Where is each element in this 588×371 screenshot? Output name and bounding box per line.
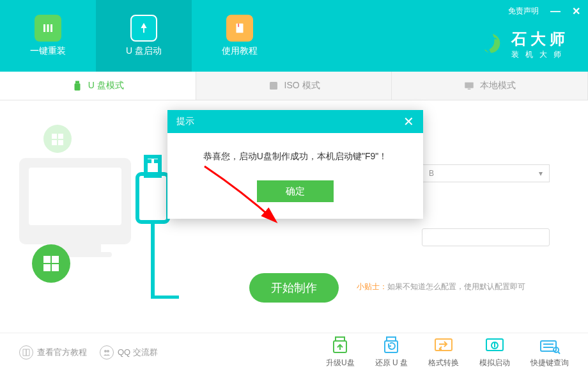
people-icon — [100, 345, 114, 359]
svg-rect-19 — [154, 159, 158, 163]
iso-icon — [268, 80, 279, 91]
tip-body: 如果不知道怎么配置，使用默认配置即可 — [387, 282, 525, 291]
brand-subtitle: 装机大师 — [511, 49, 569, 60]
mode-label: ISO 模式 — [284, 80, 320, 91]
mode-tab-local[interactable]: 本地模式 — [392, 72, 588, 100]
footer-link-label: QQ 交流群 — [118, 347, 158, 358]
footer-link-tutorial[interactable]: 查看官方教程 — [19, 345, 87, 359]
dialog-title: 提示 — [176, 116, 194, 127]
svg-rect-8 — [465, 83, 474, 88]
tip-text: 小贴士：如果不知道怎么配置，使用默认配置即可 — [357, 281, 525, 292]
svg-rect-18 — [148, 159, 151, 163]
close-button[interactable]: ✕ — [572, 5, 580, 17]
restore-icon — [380, 336, 402, 355]
footer-link-qq[interactable]: QQ 交流群 — [100, 345, 158, 359]
action-upgrade-usb[interactable]: 升级U盘 — [326, 336, 355, 368]
action-label: 还原 U 盘 — [375, 358, 408, 368]
action-simulate-boot[interactable]: 模拟启动 — [479, 336, 510, 368]
tip-label: 小贴士： — [357, 282, 387, 291]
svg-rect-0 — [43, 24, 45, 32]
action-label: 快捷键查询 — [530, 358, 569, 368]
usb-icon — [72, 80, 83, 91]
simulate-icon — [484, 336, 506, 355]
dialog-message: 恭喜您，启动U盘制作成功，本机启动键"F9"！ — [167, 133, 423, 171]
dialog-close-button[interactable]: ✕ — [403, 114, 414, 129]
book-icon — [19, 345, 33, 359]
usb-illustration — [19, 120, 179, 299]
start-create-button[interactable]: 开始制作 — [249, 273, 339, 303]
footer: 查看官方教程 QQ 交流群 升级U盘 还原 U 盘 格式转换 模拟启动 快捷键查… — [0, 333, 588, 371]
brand-logo-icon — [481, 33, 505, 57]
svg-line-34 — [558, 352, 560, 354]
svg-rect-16 — [137, 174, 168, 222]
svg-rect-9 — [468, 89, 471, 90]
reinstall-icon — [35, 15, 61, 42]
svg-rect-4 — [238, 24, 239, 28]
mode-tabs: U 盘模式 ISO 模式 本地模式 — [0, 72, 588, 100]
nav-label: 使用教程 — [222, 45, 258, 57]
svg-rect-1 — [47, 24, 49, 32]
disclaimer-link[interactable]: 免责声明 — [508, 6, 539, 17]
nav-tab-reinstall[interactable]: 一键重装 — [0, 0, 96, 72]
dialog-prompt: 提示 ✕ 恭喜您，启动U盘制作成功，本机启动键"F9"！ 确定 — [167, 110, 423, 219]
action-label: 模拟启动 — [479, 358, 510, 368]
svg-rect-7 — [270, 82, 277, 90]
app-header: 一键重装 U 盘启动 使用教程 免责声明 — ✕ 石大师 装机大师 — [0, 0, 588, 72]
keyboard-search-icon — [539, 336, 561, 355]
footer-link-label: 查看官方教程 — [37, 347, 87, 358]
mode-tab-usb[interactable]: U 盘模式 — [0, 72, 196, 100]
svg-rect-3 — [236, 24, 244, 33]
chevron-down-icon: ▾ — [539, 169, 543, 178]
mode-label: U 盘模式 — [88, 80, 124, 91]
svg-rect-11 — [29, 168, 121, 225]
nav-tab-tutorial[interactable]: 使用教程 — [192, 0, 288, 72]
svg-point-14 — [43, 125, 72, 153]
mode-label: 本地模式 — [480, 80, 516, 91]
nav-label: U 盘启动 — [126, 45, 162, 57]
svg-rect-5 — [75, 81, 79, 84]
main-nav: 一键重装 U 盘启动 使用教程 — [0, 0, 288, 72]
action-hotkey-query[interactable]: 快捷键查询 — [530, 336, 569, 368]
mode-tab-iso[interactable]: ISO 模式 — [196, 72, 392, 100]
dialog-ok-button[interactable]: 确定 — [257, 180, 334, 202]
nav-label: 一键重装 — [30, 45, 66, 57]
svg-point-22 — [104, 350, 107, 352]
input-field[interactable] — [422, 228, 550, 246]
action-format-convert[interactable]: 格式转换 — [428, 336, 459, 368]
svg-point-23 — [107, 350, 109, 352]
svg-rect-6 — [74, 83, 80, 90]
usb-boot-icon — [130, 15, 157, 42]
convert-icon — [433, 336, 454, 355]
dropdown-value: B — [429, 169, 434, 178]
minimize-button[interactable]: — — [550, 6, 561, 17]
svg-point-15 — [32, 244, 70, 283]
brand-title: 石大师 — [511, 29, 569, 49]
brand: 石大师 装机大师 — [481, 29, 569, 60]
tutorial-icon — [226, 15, 253, 42]
local-icon — [463, 80, 475, 91]
action-label: 升级U盘 — [326, 358, 355, 368]
nav-tab-usb-boot[interactable]: U 盘启动 — [96, 0, 192, 72]
action-label: 格式转换 — [428, 358, 459, 368]
window-controls: 免责声明 — ✕ — [508, 5, 580, 17]
upgrade-icon — [329, 336, 351, 355]
dialog-header: 提示 ✕ — [167, 110, 423, 133]
action-restore-usb[interactable]: 还原 U 盘 — [375, 336, 408, 368]
svg-rect-2 — [50, 24, 52, 32]
dropdown-field[interactable]: B ▾ — [422, 164, 550, 182]
